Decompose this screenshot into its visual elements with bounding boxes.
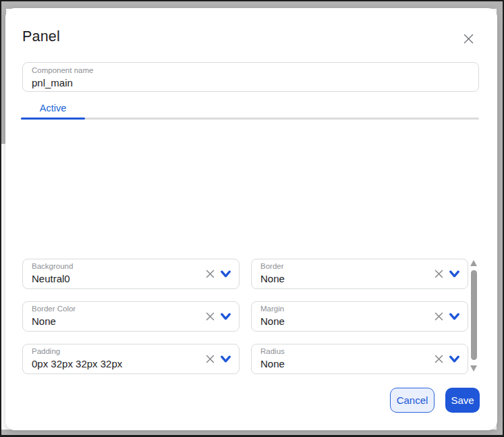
field-value: None — [260, 358, 285, 369]
background-dropdown[interactable]: Background Neutral0 — [22, 259, 240, 289]
component-name-field[interactable]: Component name pnl_main — [22, 62, 479, 92]
chevron-down-icon[interactable] — [449, 355, 460, 364]
screen: Panel Component name pnl_main Active Bac… — [0, 0, 504, 437]
field-value: None — [32, 315, 56, 327]
field-label: Border Color — [32, 305, 76, 313]
panel-dialog: Panel Component name pnl_main Active Bac… — [5, 8, 497, 430]
field-label: Border — [260, 262, 284, 270]
clear-icon[interactable] — [205, 269, 215, 279]
field-label: Padding — [32, 347, 60, 355]
chevron-down-icon[interactable] — [220, 355, 231, 364]
clear-icon[interactable] — [205, 311, 215, 322]
scroll-up-arrow-icon[interactable] — [470, 260, 477, 266]
chevron-down-icon[interactable] — [449, 269, 460, 279]
component-name-label: Component name — [32, 66, 93, 74]
chevron-down-icon[interactable] — [449, 312, 460, 322]
field-label: Background — [32, 262, 73, 270]
clear-icon[interactable] — [434, 269, 444, 279]
field-value: None — [260, 273, 285, 284]
clear-icon[interactable] — [434, 354, 444, 364]
dialog-title: Panel — [22, 28, 60, 45]
scroll-down-arrow-icon[interactable] — [470, 365, 477, 371]
border-dropdown[interactable]: Border None — [251, 259, 468, 289]
field-value: None — [260, 315, 285, 327]
margin-dropdown[interactable]: Margin None — [251, 301, 468, 332]
scrollbar-thumb[interactable] — [471, 270, 477, 360]
clear-icon[interactable] — [434, 311, 444, 322]
field-label: Radius — [260, 347, 285, 355]
active-tab-indicator — [21, 118, 85, 120]
border-color-dropdown[interactable]: Border Color None — [22, 301, 240, 332]
tab-active[interactable]: Active — [21, 98, 85, 118]
radius-dropdown[interactable]: Radius None — [251, 344, 468, 374]
save-button[interactable]: Save — [445, 388, 480, 413]
field-value: Neutral0 — [32, 273, 70, 284]
close-button[interactable] — [460, 30, 476, 47]
cancel-button[interactable]: Cancel — [390, 388, 435, 413]
chevron-down-icon[interactable] — [220, 269, 231, 279]
close-icon — [462, 32, 475, 45]
field-value: 0px 32px 32px 32px — [32, 358, 122, 369]
chevron-down-icon[interactable] — [220, 312, 231, 322]
component-name-value: pnl_main — [32, 77, 73, 88]
clear-icon[interactable] — [205, 354, 215, 364]
padding-dropdown[interactable]: Padding 0px 32px 32px 32px — [22, 344, 240, 374]
backdrop-strip-right — [497, 0, 504, 437]
backdrop-strip-bottom — [0, 430, 504, 437]
field-label: Margin — [260, 305, 284, 313]
tab-bar-divider — [21, 118, 479, 120]
